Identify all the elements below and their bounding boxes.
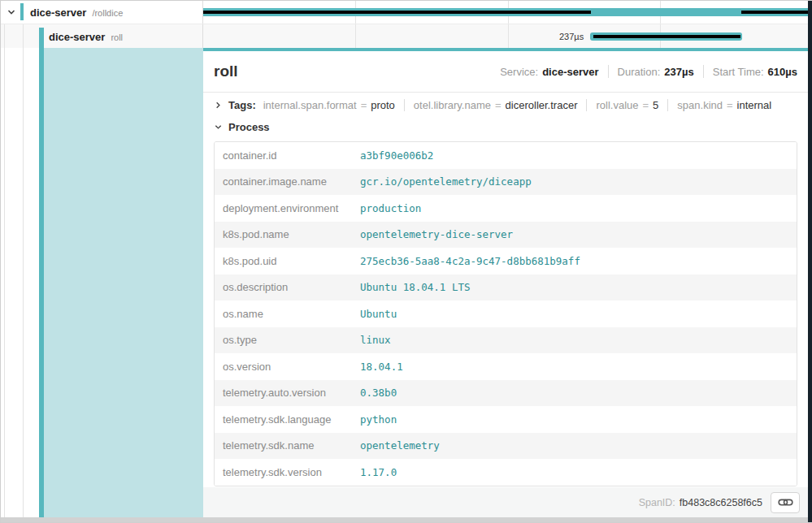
table-key: container.id — [215, 149, 360, 162]
tag-separator — [667, 99, 668, 111]
bottom-edge-strip — [0, 517, 812, 523]
tag-value: proto — [371, 99, 395, 111]
indent-guide — [4, 48, 5, 517]
meta-label: Service: — [500, 66, 538, 78]
jaeger-trace-view: dice-server/rolldice dice-serverroll 237… — [0, 0, 812, 523]
right-edge-strip — [808, 0, 812, 523]
tags-accordian[interactable]: Tags: internal.span.format=protootel.lib… — [214, 93, 797, 118]
tags-label: Tags: — [228, 99, 256, 111]
critical-path-segment — [741, 11, 808, 14]
tag-equals: = — [361, 99, 367, 111]
process-label: Process — [228, 121, 270, 133]
table-row: os.version18.04.1 — [215, 353, 797, 380]
meta-separator — [608, 65, 609, 78]
table-value: 275ecb36-5aa8-4c2a-9c47-d8bb681b9aff — [360, 255, 580, 267]
table-value: python — [360, 413, 397, 426]
table-value: gcr.io/opentelemetry/diceapp — [360, 175, 532, 188]
table-value: linux — [360, 334, 391, 346]
chevron-right-icon[interactable] — [214, 101, 223, 110]
table-row: os.descriptionUbuntu 18.04.1 LTS — [215, 274, 797, 301]
timeline-row-child[interactable]: 237µs — [203, 24, 808, 48]
critical-path-segment — [593, 35, 740, 38]
tag-items: internal.span.format=protootel.library.n… — [263, 99, 772, 111]
table-key: deployment.environment — [215, 202, 360, 214]
timeline-gridline — [355, 24, 356, 48]
table-row: telemetry.sdk.languagepython — [215, 406, 797, 433]
process-accordian[interactable]: Process — [214, 118, 797, 136]
table-row: telemetry.auto.version0.38b0 — [215, 380, 797, 407]
table-key: k8s.pod.name — [215, 228, 360, 240]
tag-value: internal — [737, 99, 772, 111]
chevron-down-icon[interactable] — [214, 123, 223, 132]
table-key: k8s.pod.uid — [215, 255, 360, 267]
span-detail-footer: SpanID: fb483c8c6258f6c5 — [203, 487, 808, 517]
table-key: container.image.name — [215, 175, 360, 188]
collapse-chevron-icon[interactable] — [7, 7, 16, 17]
table-row: k8s.pod.uid275ecb36-5aa8-4c2a-9c47-d8bb6… — [215, 248, 797, 274]
process-key-value-table: container.ida3bf90e006b2container.image.… — [214, 141, 797, 486]
tag-equals: = — [727, 99, 733, 111]
table-value: opentelemetry — [360, 439, 440, 452]
span-duration-label: 237µs — [559, 32, 584, 41]
service-color-bar — [20, 3, 24, 20]
table-key: telemetry.sdk.language — [215, 413, 360, 426]
span-detail-panel: roll Service:dice-serverDuration:237µsSt… — [203, 48, 808, 517]
tag-value: diceroller.tracer — [506, 99, 578, 111]
tag-key: internal.span.format — [263, 99, 357, 111]
tag-value: 5 — [653, 99, 658, 111]
meta-value: 610µs — [768, 66, 797, 78]
tag-key: otel.library.name — [414, 99, 491, 111]
table-row: deployment.environmentproduction — [215, 195, 797, 222]
tag-separator — [586, 99, 587, 111]
link-icon — [778, 497, 793, 508]
timeline-row-root[interactable] — [203, 0, 808, 24]
table-value: 0.38b0 — [360, 387, 397, 399]
table-row: k8s.pod.nameopentelemetry-dice-server — [215, 222, 797, 249]
detail-left-rail — [0, 48, 203, 517]
table-key: os.type — [215, 334, 360, 346]
meta-separator — [703, 65, 704, 78]
span-name-column[interactable]: dice-serverroll — [0, 24, 203, 48]
table-row: os.nameUbuntu — [215, 300, 797, 327]
tag-key: span.kind — [677, 99, 723, 111]
service-color-bar — [39, 28, 44, 48]
tag-separator — [404, 99, 405, 111]
table-value: a3bf90e006b2 — [360, 149, 433, 162]
tag-key: roll.value — [596, 99, 638, 111]
table-value: Ubuntu — [360, 308, 397, 320]
table-row: container.image.namegcr.io/opentelemetry… — [215, 169, 797, 196]
table-key: os.version — [215, 361, 360, 373]
table-value: 1.17.0 — [360, 466, 397, 478]
meta-label: Duration: — [618, 66, 661, 78]
critical-path-segment — [203, 11, 591, 14]
table-value: 18.04.1 — [360, 361, 403, 373]
meta-value: dice-server — [542, 66, 598, 78]
span-row-child[interactable]: dice-serverroll 237µs — [0, 24, 808, 48]
span-meta: Service:dice-serverDuration:237µsStart T… — [500, 65, 797, 78]
meta-label: Start Time: — [713, 66, 764, 78]
timeline-gridline — [508, 24, 509, 48]
table-value: opentelemetry-dice-server — [360, 228, 513, 240]
table-key: os.description — [215, 281, 360, 293]
tag-equals: = — [643, 99, 649, 111]
span-title: roll — [214, 61, 238, 82]
detail-rail-color-strip — [39, 48, 44, 517]
service-name: dice-server/rolldice — [30, 6, 123, 18]
table-key: os.name — [215, 308, 360, 320]
detail-rail-fill — [44, 48, 203, 517]
spanid-label: SpanID: — [639, 497, 675, 508]
span-name-column[interactable]: dice-server/rolldice — [0, 0, 203, 24]
operation-name: roll — [111, 32, 123, 41]
tag-equals: = — [495, 99, 502, 111]
operation-name: /rolldice — [92, 7, 123, 17]
table-row: os.typelinux — [215, 327, 797, 354]
table-key: telemetry.auto.version — [215, 387, 360, 399]
deep-link-button[interactable] — [771, 492, 800, 513]
span-row-root[interactable]: dice-server/rolldice — [0, 0, 808, 24]
indent-guide — [4, 24, 5, 48]
indent-guide — [23, 24, 24, 48]
table-value: production — [360, 202, 421, 214]
table-row: telemetry.sdk.nameopentelemetry — [215, 433, 797, 460]
indent-guide — [23, 48, 24, 517]
span-detail-header: roll Service:dice-serverDuration:237µsSt… — [203, 51, 808, 93]
